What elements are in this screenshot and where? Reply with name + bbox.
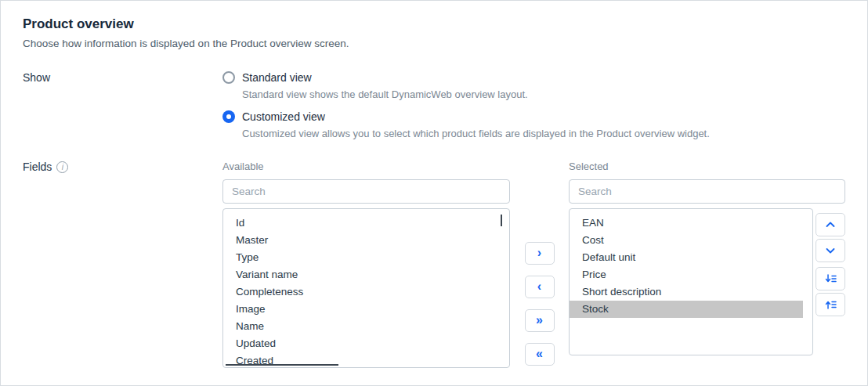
selected-search-input[interactable]	[569, 179, 845, 204]
radio-option-standard-view: Standard view Standard view shows the de…	[222, 71, 710, 100]
chevron-up-icon	[826, 222, 835, 228]
show-options: Standard view Standard view shows the de…	[222, 71, 710, 150]
move-to-bottom-icon	[825, 274, 837, 283]
page-title: Product overview	[23, 16, 845, 32]
list-item[interactable]: Created	[223, 352, 509, 368]
customized-view-radio-row[interactable]: Customized view	[222, 110, 710, 123]
page-subtitle: Choose how information is displayed on t…	[23, 38, 845, 49]
move-to-top-button[interactable]	[816, 293, 845, 316]
move-down-button[interactable]	[816, 239, 845, 262]
list-item[interactable]: Stock	[570, 301, 803, 318]
fields-label-wrap: Fields i	[23, 161, 222, 368]
transfer-buttons: › ‹ » «	[510, 161, 569, 366]
list-item[interactable]: Type	[223, 249, 509, 266]
list-item[interactable]: Name	[223, 318, 509, 335]
product-overview-panel: Product overview Choose how information …	[0, 0, 868, 386]
move-left-button[interactable]: ‹	[525, 276, 555, 298]
move-up-button[interactable]	[816, 213, 845, 236]
available-label: Available	[222, 161, 510, 172]
move-to-bottom-button[interactable]	[816, 267, 845, 290]
list-item[interactable]: Id	[223, 215, 509, 232]
move-all-right-button[interactable]: »	[525, 309, 555, 332]
move-to-top-icon	[825, 300, 837, 309]
selected-listbox[interactable]: EANCostDefault unitPriceShort descriptio…	[569, 208, 813, 355]
list-item[interactable]: Default unit	[570, 249, 812, 266]
radio-unselected-icon[interactable]	[222, 71, 235, 84]
standard-view-label: Standard view	[242, 71, 312, 84]
move-all-left-button[interactable]: «	[525, 343, 555, 366]
radio-option-customized-view: Customized view Customized view allows y…	[222, 110, 710, 139]
selected-body: EANCostDefault unitPriceShort descriptio…	[569, 208, 845, 355]
selected-label: Selected	[569, 161, 845, 172]
standard-view-description: Standard view shows the default DynamicW…	[242, 88, 710, 100]
list-item[interactable]: Cost	[570, 232, 812, 249]
vertical-scrollbar-thumb[interactable]	[501, 215, 502, 226]
customized-view-label: Customized view	[242, 110, 325, 123]
list-item[interactable]: Short description	[570, 283, 812, 301]
show-label: Show	[23, 71, 222, 150]
show-row: Show Standard view Standard view shows t…	[23, 71, 845, 150]
available-column: Available IdMasterTypeVariant nameComple…	[222, 161, 510, 368]
list-item[interactable]: Price	[570, 266, 812, 283]
order-buttons	[816, 213, 845, 316]
available-listbox[interactable]: IdMasterTypeVariant nameCompletenessImag…	[222, 208, 510, 368]
info-icon[interactable]: i	[56, 161, 68, 173]
fields-row: Fields i Available IdMasterTypeVariant n…	[23, 161, 845, 368]
available-search-input[interactable]	[222, 179, 510, 204]
list-item[interactable]: Completeness	[223, 283, 509, 301]
list-item[interactable]: Master	[223, 232, 509, 249]
list-item[interactable]: Variant name	[223, 266, 509, 283]
radio-selected-icon[interactable]	[222, 110, 235, 123]
list-item[interactable]: Updated	[223, 335, 509, 352]
chevron-down-icon	[826, 247, 835, 254]
fields-label: Fields	[23, 161, 52, 173]
customized-view-description: Customized view allows you to select whi…	[242, 128, 710, 139]
move-right-button[interactable]: ›	[525, 242, 555, 265]
list-item[interactable]: Image	[223, 301, 509, 318]
horizontal-scrollbar-thumb[interactable]	[226, 364, 338, 366]
list-item[interactable]: EAN	[570, 215, 812, 232]
standard-view-radio-row[interactable]: Standard view	[222, 71, 710, 84]
fields-content: Available IdMasterTypeVariant nameComple…	[222, 161, 845, 368]
selected-column: Selected EANCostDefault unitPriceShort d…	[569, 161, 845, 355]
